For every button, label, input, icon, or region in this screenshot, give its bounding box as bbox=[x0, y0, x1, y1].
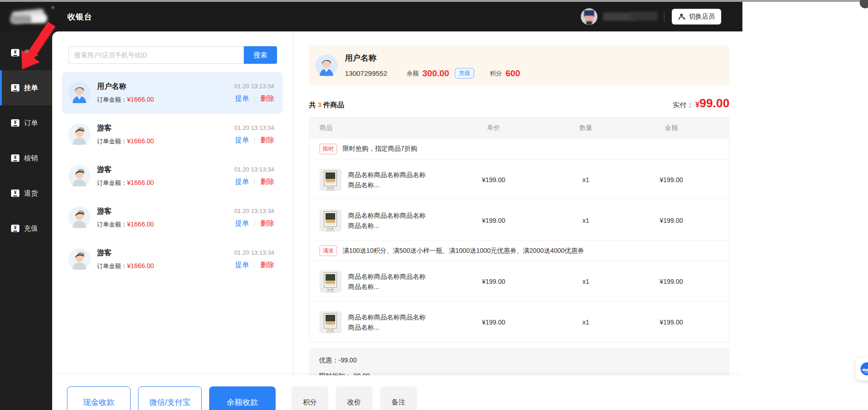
clerk-avatar[interactable] bbox=[581, 8, 597, 25]
window-corner-badge bbox=[860, 0, 868, 8]
hold-order-item[interactable]: 游客 订单金额：¥1666.00 01.20 13:13:34 提单 删除 bbox=[62, 114, 283, 155]
product-row: 商品名称商品名称商品名称 商品名称... ¥199.00 x1 ¥199.00 bbox=[309, 301, 729, 342]
guest-avatar bbox=[68, 207, 90, 229]
balance-payment-button[interactable]: 余额收款 bbox=[209, 386, 276, 410]
pickup-order-link[interactable]: 提单 bbox=[235, 94, 249, 103]
sidebar-item-recharge[interactable]: ¥ 充值 bbox=[0, 211, 52, 246]
sidebar-item-orders[interactable]: ¥ 订单 bbox=[0, 105, 52, 141]
delete-order-link[interactable]: 删除 bbox=[260, 219, 274, 228]
cash-payment-button[interactable]: 现金收款 bbox=[67, 386, 131, 410]
unit-price: ¥199.00 bbox=[443, 217, 544, 224]
quantity: x1 bbox=[544, 278, 627, 285]
product-thumbnail bbox=[319, 270, 342, 293]
delete-order-link[interactable]: 删除 bbox=[260, 136, 274, 145]
hold-order-item-selected[interactable]: 用户名称 订单金额：¥1666.00 01.20 13:13:34 提单 删除 bbox=[62, 72, 283, 114]
switch-clerk-icon bbox=[678, 13, 686, 20]
sidebar-item-returns[interactable]: ¥ 退货 bbox=[0, 176, 52, 211]
line-amount: ¥199.00 bbox=[627, 176, 729, 184]
promo-badge: 限时 bbox=[319, 144, 337, 154]
member-avatar bbox=[315, 55, 338, 77]
recharge-badge[interactable]: 充值 bbox=[455, 68, 474, 79]
guest-avatar bbox=[68, 248, 90, 270]
sidebar-nav: ¥ 收银 ¥ 挂单 ¥ 订单 ¥ 核销 ¥ 退货 ¥ 充值 bbox=[0, 31, 52, 410]
product-row: 商品名称商品名称商品名称 商品名称... ¥199.00 x1 ¥199.00 bbox=[309, 200, 729, 240]
product-thumbnail bbox=[319, 209, 342, 232]
cash-register-icon: ¥ bbox=[11, 84, 19, 92]
product-row: 商品名称商品名称商品名称 商品名称... ¥199.00 x1 ¥199.00 bbox=[309, 261, 729, 301]
wechat-alipay-button[interactable]: 微信/支付宝 bbox=[138, 386, 202, 410]
sidebar-item-cashier[interactable]: ¥ 收银 bbox=[0, 35, 52, 70]
cash-register-icon: ¥ bbox=[11, 49, 19, 56]
app-header: ® 收银台 切换店员 bbox=[0, 2, 742, 31]
page-title: 收银台 bbox=[67, 12, 92, 22]
hold-order-item[interactable]: 游客 订单金额：¥1666.00 01.20 13:13:34 提单 删除 bbox=[62, 155, 283, 197]
search-input[interactable] bbox=[68, 46, 244, 64]
app-window: ® 收银台 切换店员 ¥ 收银 bbox=[0, 2, 742, 410]
delete-order-link[interactable]: 删除 bbox=[260, 261, 274, 269]
switch-clerk-button[interactable]: 切换店员 bbox=[672, 9, 721, 24]
hold-order-item[interactable]: 游客 订单金额：¥1666.00 01.20 13:13:34 提单 删除 bbox=[62, 239, 283, 280]
pickup-order-link[interactable]: 提单 bbox=[235, 177, 249, 186]
paid-total: 实付： ¥ 99.00 bbox=[673, 96, 729, 110]
promo-row: 满送 满100送10积分、满500送小样一瓶、满1000送1000元优惠券、满2… bbox=[309, 240, 729, 261]
member-points: 600 bbox=[506, 68, 520, 79]
unit-price: ¥199.00 bbox=[443, 278, 544, 285]
payment-bar: 现金收款 微信/支付宝 余额收款 积分 改价 备注 bbox=[52, 375, 742, 410]
unit-price: ¥199.00 bbox=[443, 176, 544, 184]
member-avatar bbox=[68, 82, 90, 104]
product-thumbnail bbox=[319, 169, 342, 191]
switch-clerk-label: 切换店员 bbox=[689, 12, 715, 21]
clerk-name-blurred bbox=[603, 12, 657, 22]
customer-service-button[interactable] bbox=[856, 357, 868, 380]
cash-register-icon: ¥ bbox=[11, 190, 19, 197]
member-phone: 13007299552 bbox=[345, 69, 387, 77]
main-content: 搜索 用户名称 订单金额：¥1666.00 01.20 13:13:34 提单 bbox=[52, 31, 742, 410]
cash-register-icon: ¥ bbox=[11, 154, 19, 162]
delete-order-link[interactable]: 删除 bbox=[260, 177, 274, 186]
remark-button[interactable]: 备注 bbox=[380, 386, 417, 410]
change-price-button[interactable]: 改价 bbox=[336, 386, 373, 410]
points-button[interactable]: 积分 bbox=[291, 386, 328, 410]
quantity: x1 bbox=[544, 176, 627, 184]
pickup-order-link[interactable]: 提单 bbox=[235, 219, 249, 228]
product-thumbnail bbox=[319, 311, 342, 333]
line-amount: ¥199.00 bbox=[627, 217, 729, 224]
member-name: 用户名称 bbox=[345, 53, 520, 63]
promo-row: 限时 限时抢购，指定商品7折购 bbox=[309, 139, 729, 159]
promo-badge: 满送 bbox=[319, 245, 337, 256]
goods-table-header: 商品 单价 数量 金额 bbox=[309, 117, 729, 139]
hold-order-item[interactable]: 游客 订单金额：¥1666.00 01.20 13:13:34 提单 删除 bbox=[62, 197, 283, 239]
sidebar-item-verify[interactable]: ¥ 核销 bbox=[0, 141, 52, 176]
unit-price: ¥199.00 bbox=[443, 318, 544, 326]
window-top-strip bbox=[0, 0, 868, 2]
hold-order-list: 用户名称 订单金额：¥1666.00 01.20 13:13:34 提单 删除 bbox=[52, 72, 293, 280]
product-row: 商品名称商品名称商品名称 商品名称... ¥199.00 x1 ¥199.00 bbox=[309, 159, 729, 200]
header-divider bbox=[664, 11, 664, 22]
order-detail-panel: 用户名称 13007299552 余额 300.00 充值 积分 600 共3件… bbox=[294, 31, 742, 380]
registered-mark: ® bbox=[51, 6, 54, 10]
goods-table: 商品 单价 数量 金额 限时 限时抢购，指定商品7折购 商品名称商品名称商品名称… bbox=[309, 117, 729, 343]
line-amount: ¥199.00 bbox=[627, 318, 729, 326]
line-amount: ¥199.00 bbox=[627, 278, 729, 285]
brand-logo-blurred: ® bbox=[10, 7, 51, 26]
pickup-order-link[interactable]: 提单 bbox=[235, 261, 249, 269]
cash-register-icon: ¥ bbox=[11, 225, 19, 232]
member-card: 用户名称 13007299552 余额 300.00 充值 积分 600 bbox=[309, 45, 729, 86]
guest-avatar bbox=[68, 165, 90, 187]
hold-orders-panel: 搜索 用户名称 订单金额：¥1666.00 01.20 13:13:34 提单 bbox=[52, 31, 293, 380]
pickup-order-link[interactable]: 提单 bbox=[235, 136, 249, 145]
delete-order-link[interactable]: 删除 bbox=[260, 94, 274, 103]
customer-service-icon bbox=[860, 362, 868, 376]
guest-avatar bbox=[68, 123, 90, 146]
quantity: x1 bbox=[544, 318, 627, 326]
items-count: 共3件商品 bbox=[309, 101, 344, 110]
cash-register-icon: ¥ bbox=[11, 119, 19, 127]
member-balance: 300.00 bbox=[422, 68, 449, 79]
quantity: x1 bbox=[544, 217, 627, 224]
discount-total: 优惠：-99.00 bbox=[319, 356, 719, 365]
sidebar-item-hold-orders[interactable]: ¥ 挂单 bbox=[0, 70, 52, 105]
search-button[interactable]: 搜索 bbox=[244, 46, 277, 64]
